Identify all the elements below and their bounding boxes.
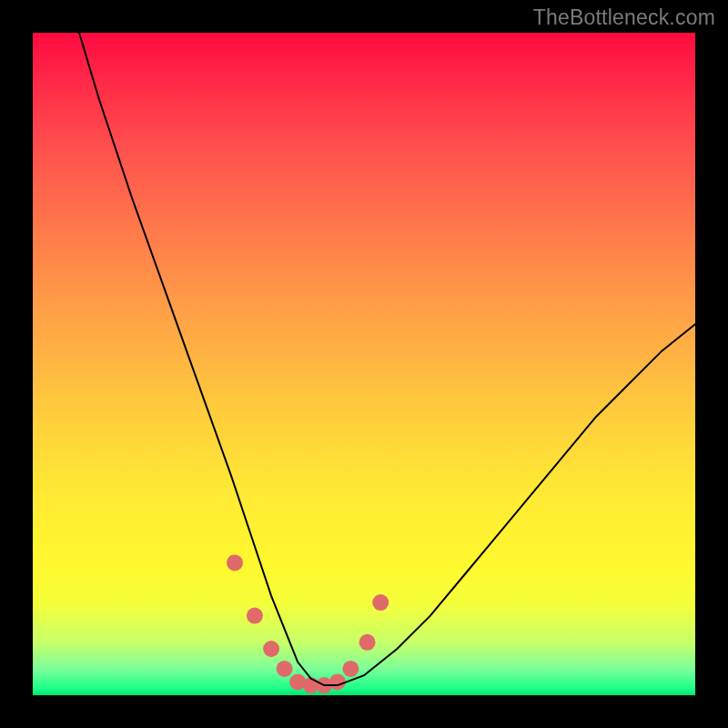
curve-marker — [359, 634, 376, 651]
chart-svg — [33, 33, 695, 695]
watermark-text: TheBottleneck.com — [533, 5, 715, 30]
chart-container: TheBottleneck.com — [0, 0, 728, 728]
bottleneck-curve — [79, 33, 695, 685]
marker-layer — [227, 554, 389, 693]
curve-marker — [227, 554, 243, 571]
curve-marker — [247, 608, 263, 624]
curve-marker — [277, 661, 293, 677]
curve-marker — [329, 673, 346, 690]
curve-marker — [342, 661, 359, 677]
plot-area — [33, 33, 695, 695]
curve-marker — [263, 641, 279, 657]
curve-marker — [372, 594, 389, 611]
